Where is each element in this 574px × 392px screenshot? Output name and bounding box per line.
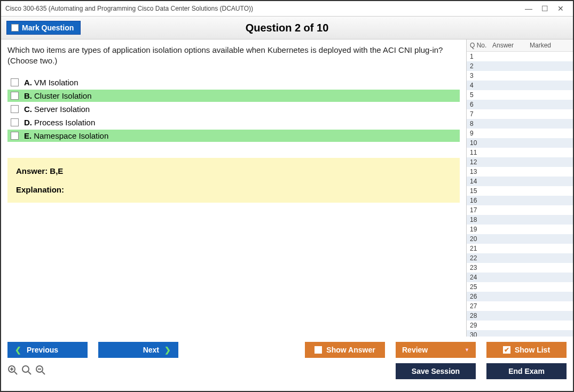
qno-cell: 20 xyxy=(470,235,492,243)
question-list-row[interactable]: 10 xyxy=(467,138,573,148)
question-list-row[interactable]: 2 xyxy=(467,61,573,71)
footer-row-2: Save Session End Exam xyxy=(7,363,567,379)
col-marked: Marked xyxy=(530,42,570,49)
question-list-row[interactable]: 22 xyxy=(467,253,573,263)
end-exam-label: End Exam xyxy=(508,367,545,375)
svg-line-5 xyxy=(28,372,31,374)
choice-row[interactable]: A.VM Isolation xyxy=(7,76,460,89)
mark-checkbox-icon xyxy=(11,24,19,31)
qno-cell: 16 xyxy=(470,197,492,204)
choice-row[interactable]: D.Process Isolation xyxy=(7,116,460,129)
save-session-button[interactable]: Save Session xyxy=(396,363,476,379)
question-list-row[interactable]: 6 xyxy=(467,100,573,109)
minimize-icon[interactable]: — xyxy=(521,4,537,13)
question-list-row[interactable]: 19 xyxy=(467,225,573,234)
chevron-down-icon: ▼ xyxy=(465,347,469,353)
choice-text: VM Isolation xyxy=(34,78,78,87)
qno-cell: 12 xyxy=(470,158,492,166)
zoom-controls xyxy=(7,365,46,378)
question-list-row[interactable]: 18 xyxy=(467,215,573,225)
question-list-row[interactable]: 8 xyxy=(467,119,573,129)
close-icon[interactable]: ✕ xyxy=(553,4,569,13)
question-list-row[interactable]: 24 xyxy=(467,273,573,282)
footer-row-1: ❮ Previous Next ❯ Show Answer Review ▼ S… xyxy=(7,342,567,358)
app-window: Cisco 300-635 (Automating and Programmin… xyxy=(0,0,574,392)
question-list-row[interactable]: 3 xyxy=(467,71,573,81)
qno-cell: 28 xyxy=(470,312,492,319)
previous-label: Previous xyxy=(27,346,58,354)
qno-cell: 21 xyxy=(470,245,492,252)
question-list-row[interactable]: 29 xyxy=(467,321,573,330)
previous-button[interactable]: ❮ Previous xyxy=(7,342,88,358)
choice-checkbox[interactable] xyxy=(11,78,19,86)
mark-question-label: Mark Question xyxy=(22,23,74,32)
review-label: Review xyxy=(402,346,428,354)
question-list-row[interactable]: 20 xyxy=(467,234,573,244)
question-list-row[interactable]: 14 xyxy=(467,177,573,186)
question-list-row[interactable]: 16 xyxy=(467,196,573,205)
zoom-out-icon[interactable] xyxy=(35,365,46,378)
zoom-reset-icon[interactable] xyxy=(21,365,32,378)
choice-text: Server Isolation xyxy=(34,105,90,114)
choice-checkbox[interactable] xyxy=(11,105,19,113)
question-list-row[interactable]: 1 xyxy=(467,52,573,61)
choice-row[interactable]: C.Server Isolation xyxy=(7,103,460,115)
question-list-row[interactable]: 11 xyxy=(467,148,573,157)
choice-row[interactable]: B.Cluster Isolation xyxy=(7,90,460,102)
end-exam-button[interactable]: End Exam xyxy=(486,363,567,379)
window-title: Cisco 300-635 (Automating and Programmin… xyxy=(5,5,521,12)
question-list-row[interactable]: 13 xyxy=(467,167,573,177)
svg-line-1 xyxy=(14,372,17,374)
question-text: Which two items are types of application… xyxy=(7,45,460,67)
question-list-row[interactable]: 4 xyxy=(467,81,573,90)
next-button[interactable]: Next ❯ xyxy=(98,342,178,358)
qno-cell: 8 xyxy=(470,120,492,127)
choice-text: Process Isolation xyxy=(34,118,95,127)
question-list-row[interactable]: 30 xyxy=(467,330,573,337)
question-list-row[interactable]: 9 xyxy=(467,129,573,138)
question-list-body[interactable]: 1234567891011121314151617181920212223242… xyxy=(467,52,573,337)
question-list-row[interactable]: 26 xyxy=(467,292,573,301)
question-list-row[interactable]: 25 xyxy=(467,282,573,292)
question-list-row[interactable]: 7 xyxy=(467,109,573,119)
question-list-row[interactable]: 23 xyxy=(467,263,573,273)
next-label: Next xyxy=(143,346,159,354)
question-list-row[interactable]: 28 xyxy=(467,311,573,321)
qno-cell: 18 xyxy=(470,216,492,223)
choice-checkbox[interactable] xyxy=(11,132,19,140)
choice-letter: E. xyxy=(24,131,32,140)
choice-text: Namespace Isolation xyxy=(34,131,108,140)
mark-question-button[interactable]: Mark Question xyxy=(6,21,81,35)
question-list-row[interactable]: 21 xyxy=(467,244,573,253)
chevron-left-icon: ❮ xyxy=(15,346,21,354)
question-list-row[interactable]: 15 xyxy=(467,186,573,196)
qno-cell: 9 xyxy=(470,130,492,137)
review-button[interactable]: Review ▼ xyxy=(396,342,476,358)
show-answer-button[interactable]: Show Answer xyxy=(305,342,385,358)
choice-checkbox[interactable] xyxy=(11,92,19,100)
qno-cell: 3 xyxy=(470,72,492,79)
question-list-row[interactable]: 27 xyxy=(467,301,573,311)
qno-cell: 26 xyxy=(470,293,492,300)
choice-letter: A. xyxy=(24,78,32,87)
question-list-header: Q No. Answer Marked xyxy=(467,39,573,52)
choice-checkbox[interactable] xyxy=(11,118,19,126)
maximize-icon[interactable]: ☐ xyxy=(537,4,553,13)
show-list-checkbox-icon xyxy=(503,346,510,354)
titlebar: Cisco 300-635 (Automating and Programmin… xyxy=(1,1,573,16)
zoom-in-icon[interactable] xyxy=(7,365,18,378)
show-list-button[interactable]: Show List xyxy=(486,342,567,358)
chevron-right-icon: ❯ xyxy=(164,346,171,354)
qno-cell: 1 xyxy=(470,53,492,60)
qno-cell: 10 xyxy=(470,139,492,147)
question-list-row[interactable]: 17 xyxy=(467,205,573,215)
question-list-row[interactable]: 5 xyxy=(467,90,573,100)
qno-cell: 29 xyxy=(470,322,492,329)
qno-cell: 19 xyxy=(470,226,492,233)
choice-row[interactable]: E.Namespace Isolation xyxy=(7,130,460,142)
question-list-row[interactable]: 12 xyxy=(467,157,573,167)
answer-box: Answer: B,E Explanation: xyxy=(7,158,460,203)
qno-cell: 27 xyxy=(470,302,492,310)
qno-cell: 23 xyxy=(470,264,492,271)
qno-cell: 2 xyxy=(470,62,492,70)
